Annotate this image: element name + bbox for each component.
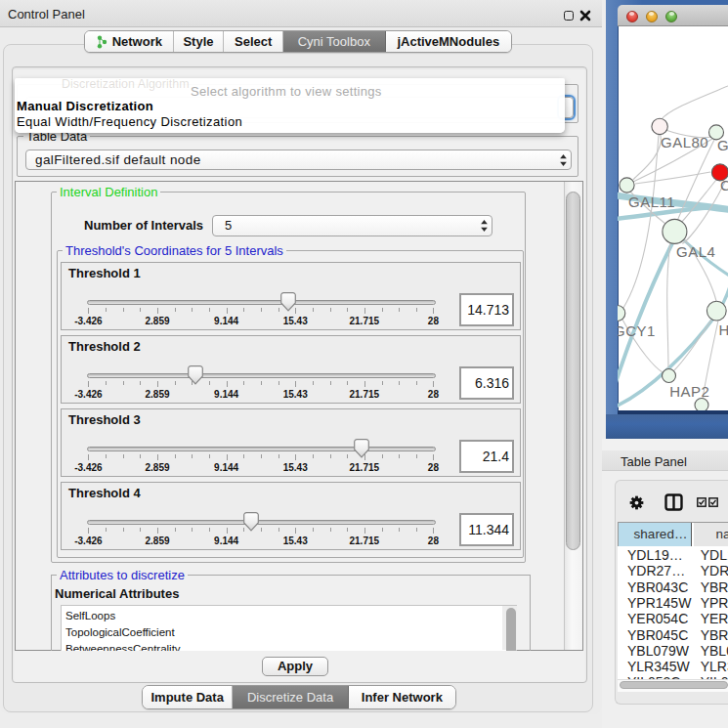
svg-text:C: C — [720, 177, 728, 193]
svg-text:H: H — [719, 321, 728, 338]
svg-text:GAL80: GAL80 — [661, 134, 708, 150]
svg-text:GAL4: GAL4 — [676, 243, 715, 260]
svg-text:GA: GA — [717, 137, 728, 153]
svg-text:GCY1: GCY1 — [618, 322, 656, 339]
svg-text:HAP2: HAP2 — [669, 383, 709, 400]
svg-text:GAL11: GAL11 — [628, 193, 675, 210]
